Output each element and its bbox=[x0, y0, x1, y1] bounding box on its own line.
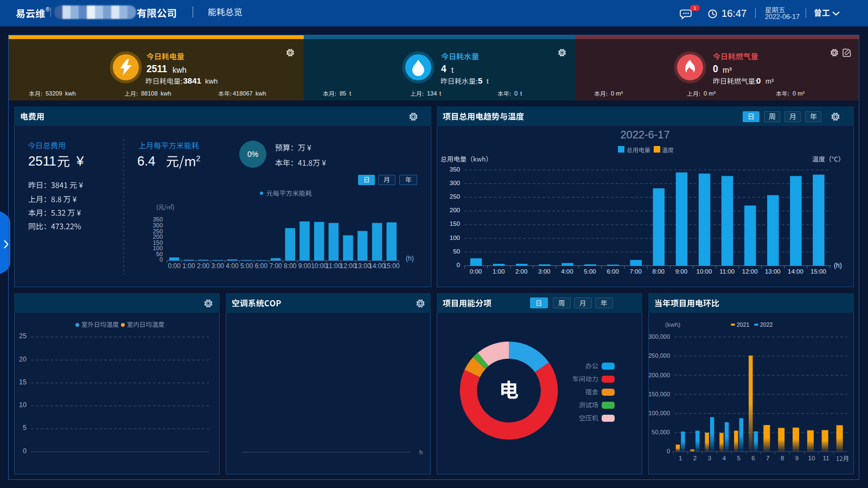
svg-text:1: 1 bbox=[693, 5, 696, 11]
